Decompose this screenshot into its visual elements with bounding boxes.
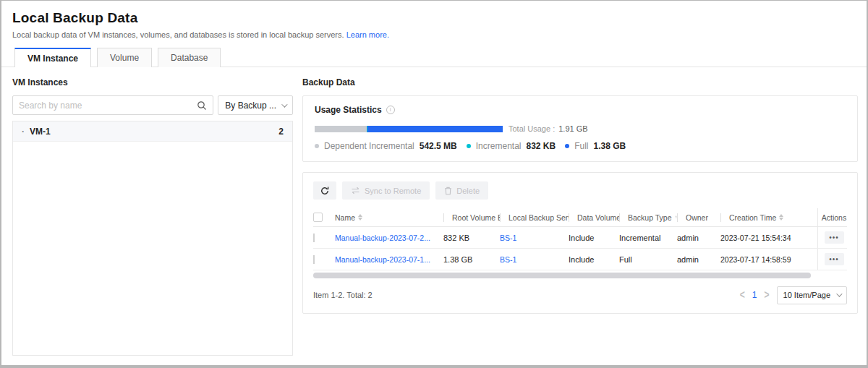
next-page-icon[interactable]: > [765,288,770,301]
vm-instances-panel: VM Instances By Backup ... · VM-1 [12,77,293,356]
table-header-row: Name Root Volume B... Local Backup Serve… [313,208,847,227]
page-header: Local Backup Data Local backup data of V… [1,1,867,39]
backup-table-card: Sync to Remote Delete Name [302,172,858,314]
column-label: Backup Type [628,213,672,222]
current-page-number[interactable]: 1 [752,290,757,300]
total-usage-value: 1.91 GB [558,124,587,133]
learn-more-link[interactable]: Learn more. [346,30,389,39]
vm-name: VM-1 [30,127,51,137]
search-input[interactable] [19,100,197,111]
legend-label: Full [574,141,588,151]
info-icon[interactable]: i [386,106,395,114]
legend-value: 542.5 MB [420,141,457,151]
column-label: Name [335,213,355,222]
legend-value: 832 KB [526,141,556,151]
column-header-local-backup-server: Local Backup Server [500,213,569,222]
cell-creation-time: 2023-07-17 14:58:59 [720,255,817,264]
backup-filter-value: By Backup ... [225,100,276,111]
select-all-checkbox[interactable] [313,213,323,222]
legend-item-incremental: Incremental 832 KB [467,141,558,151]
cell-backup-type: Incremental [619,234,677,242]
row-actions-button[interactable]: ••• [825,231,844,244]
cell-backup-type: Full [619,255,677,264]
sync-icon [351,187,360,194]
cell-owner: admin [677,234,720,242]
scrollbar-thumb[interactable] [313,273,811,278]
usage-statistics-title: Usage Statistics [315,105,382,115]
pagination-summary: Item 1-2. Total: 2 [313,291,373,299]
sync-to-remote-button[interactable]: Sync to Remote [342,181,430,200]
horizontal-scrollbar[interactable] [313,273,811,278]
vm-backup-count: 2 [278,127,284,137]
prev-page-icon[interactable]: < [740,288,745,301]
pagination-bar: Item 1-2. Total: 2 < 1 > 10 Item/Page [313,286,847,304]
backup-data-panel: Backup Data Usage Statistics i Total Usa… [302,77,858,314]
backup-server-link[interactable]: BS-1 [500,255,516,264]
backup-data-title: Backup Data [302,77,858,87]
column-header-backup-type[interactable]: Backup Type [619,213,677,222]
cell-owner: admin [677,255,720,264]
delete-button[interactable]: Delete [435,181,488,200]
backup-filter-dropdown[interactable]: By Backup ... [218,95,293,115]
tree-expand-icon[interactable]: · [22,127,25,137]
tab-vm-instance[interactable]: VM Instance [14,48,91,67]
sort-icon[interactable] [779,214,783,221]
cell-data-volume: Include [569,234,619,242]
legend-label: Incremental [476,141,522,151]
vm-list: · VM-1 2 [12,121,293,356]
column-header-actions: Actions [817,208,850,226]
sync-label: Sync to Remote [365,187,421,195]
usage-bar-row: Total Usage : 1.91 GB [315,124,846,133]
table-row: Manual-backup-2023-07-2... 832 KB BS-1 I… [313,227,847,249]
table-row: Manual-backup-2023-07-1... 1.38 GB BS-1 … [313,249,847,270]
column-divider [720,213,721,222]
row-checkbox[interactable] [313,255,315,264]
column-label: Owner [686,213,708,222]
column-divider [619,213,620,222]
refresh-icon [320,186,330,196]
tab-volume[interactable]: Volume [97,48,152,67]
column-header-owner: Owner [677,213,720,222]
usage-bar-segment-full [367,126,503,132]
backup-name-link[interactable]: Manual-backup-2023-07-2... [335,234,430,242]
app-window: Local Backup Data Local backup data of V… [0,0,868,368]
search-input-wrap [12,95,213,115]
tab-database[interactable]: Database [158,48,221,67]
column-label: Actions [822,213,846,222]
page-size-value: 10 Item/Page [783,291,830,299]
page-size-select[interactable]: 10 Item/Page [777,286,847,304]
sort-icon[interactable] [358,214,362,221]
column-label: Local Backup Server [509,213,569,222]
row-checkbox[interactable] [313,234,315,242]
vm-instances-title: VM Instances [12,77,293,87]
row-actions-button[interactable]: ••• [825,253,844,265]
column-divider [500,213,501,222]
usage-bar [315,126,503,132]
column-label: Root Volume B... [452,213,500,222]
cell-root-volume: 1.38 GB [443,255,500,264]
column-label: Data Volume [577,213,619,222]
page-title: Local Backup Data [12,10,855,26]
tab-bar: VM Instance Volume Database [1,46,867,67]
main-content: VM Instances By Backup ... · VM-1 [1,67,867,356]
column-header-name[interactable]: Name [335,213,443,222]
table-toolbar: Sync to Remote Delete [313,181,847,200]
legend-dot-icon [467,144,471,148]
column-header-root-volume[interactable]: Root Volume B... [443,213,500,222]
total-usage-label: Total Usage : [509,124,555,133]
column-header-creation-time[interactable]: Creation Time [720,213,817,222]
search-icon[interactable] [197,100,207,111]
vm-search-row: By Backup ... [12,95,293,115]
legend-dot-icon [315,144,319,148]
chevron-down-icon [281,101,287,107]
delete-label: Delete [456,187,480,195]
legend-dot-icon [565,144,569,148]
trash-icon [444,187,452,195]
column-header-data-volume[interactable]: Data Volume [569,213,619,222]
backup-name-link[interactable]: Manual-backup-2023-07-1... [335,255,430,264]
backup-server-link[interactable]: BS-1 [500,234,516,242]
page-subtitle: Local backup data of VM instances, volum… [12,30,855,39]
vm-list-item[interactable]: · VM-1 2 [13,121,292,142]
refresh-button[interactable] [313,181,336,200]
chevron-down-icon [836,291,842,296]
